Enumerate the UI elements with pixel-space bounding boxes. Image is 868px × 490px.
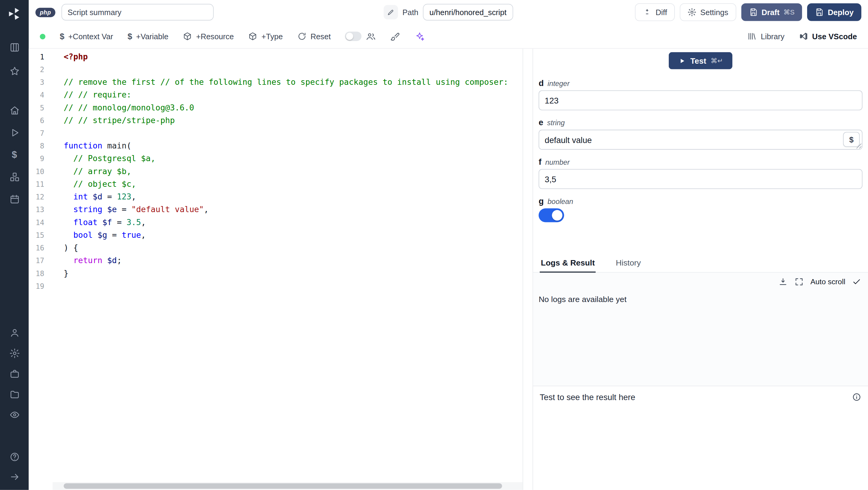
code-line[interactable]: bool $g = true, <box>64 229 523 242</box>
sidebar-item-favorites[interactable] <box>9 66 20 77</box>
draft-label: Draft <box>762 8 780 17</box>
sidebar-nav-top <box>9 42 20 77</box>
line-number: 19 <box>29 280 53 293</box>
sidebar-item-home[interactable] <box>9 105 20 116</box>
star-icon <box>9 66 20 77</box>
pane-splitter[interactable] <box>523 49 532 490</box>
logs-toolbar: Auto scroll <box>533 273 868 291</box>
code-line[interactable] <box>64 127 523 140</box>
code-line[interactable]: // // stripe/stripe-php <box>64 114 523 127</box>
sidebar-item-audit[interactable] <box>9 409 20 420</box>
sidebar-item-folders[interactable] <box>9 389 20 400</box>
sidebar-item-resources[interactable] <box>9 172 20 182</box>
field-f: f number <box>538 157 862 189</box>
code-line[interactable]: function main( <box>64 140 523 152</box>
multiplayer-toggle[interactable] <box>345 32 362 41</box>
code-line[interactable]: // object $c, <box>64 178 523 191</box>
diff-label: Diff <box>655 8 667 17</box>
language-badge: php <box>36 7 56 17</box>
code-line[interactable]: } <box>64 267 523 280</box>
code-line[interactable]: float $f = 3.5, <box>64 216 523 229</box>
run-panel: Test ⌘↵ d integer e string <box>532 49 868 490</box>
sidebar-item-columns[interactable] <box>9 42 20 53</box>
ai-sparkles-icon[interactable] <box>415 31 425 41</box>
use-vscode-button[interactable]: Use VScode <box>799 32 857 41</box>
result-area: Test to see the result here <box>533 385 868 490</box>
code-editor[interactable]: 12345678910111213141516171819 <?php// re… <box>29 49 523 490</box>
field-e-input[interactable] <box>538 130 862 150</box>
sidebar-item-help[interactable] <box>9 452 20 462</box>
top-header: php Path u/henri/honored_script Diff Set… <box>29 0 868 24</box>
toggle-knob <box>552 210 562 221</box>
expand-logs-icon[interactable] <box>795 277 804 286</box>
download-logs-icon[interactable] <box>778 277 787 286</box>
field-e-name: e <box>538 117 543 127</box>
code-line[interactable]: // remove the first // of the following … <box>64 76 523 89</box>
field-f-input[interactable] <box>538 169 862 189</box>
path-label: Path <box>402 8 418 17</box>
script-path[interactable]: u/henri/honored_script <box>423 4 513 21</box>
sidebar-item-settings[interactable] <box>9 348 20 358</box>
line-number: 11 <box>29 178 53 191</box>
script-summary-input[interactable] <box>61 4 214 21</box>
gear-icon <box>9 348 20 358</box>
line-number: 8 <box>29 140 53 152</box>
test-button[interactable]: Test ⌘↵ <box>669 52 733 69</box>
code-line[interactable]: // // monolog/monolog@3.6.0 <box>64 102 523 114</box>
edit-path-button[interactable] <box>384 5 398 20</box>
field-d-input[interactable] <box>538 90 862 110</box>
settings-button[interactable]: Settings <box>680 3 736 21</box>
code-line[interactable]: return $d; <box>64 254 523 267</box>
reset-button[interactable]: Reset <box>297 32 331 41</box>
users-icon[interactable] <box>366 31 376 41</box>
add-context-var-button[interactable]: $+Context Var <box>60 32 113 41</box>
scrollbar-thumb[interactable] <box>64 483 502 489</box>
dollar-icon: $ <box>12 150 17 160</box>
code-line[interactable]: // array $b, <box>64 165 523 178</box>
code-line[interactable]: // // require: <box>64 89 523 102</box>
code-line[interactable]: string $e = "default value", <box>64 203 523 216</box>
field-f-name: f <box>538 157 541 166</box>
add-variable-button[interactable]: $+Variable <box>127 32 168 41</box>
sidebar-item-workers[interactable] <box>9 368 20 379</box>
add-type-button[interactable]: +Type <box>248 32 283 41</box>
sidebar: $ <box>0 0 29 490</box>
test-shortcut: ⌘↵ <box>711 57 723 64</box>
diff-button[interactable]: Diff <box>635 3 675 21</box>
format-brush-icon[interactable] <box>391 31 401 41</box>
sidebar-item-user[interactable] <box>9 328 20 338</box>
code-line[interactable] <box>64 63 523 76</box>
sidebar-item-variables[interactable]: $ <box>12 150 17 160</box>
code-line[interactable] <box>64 280 523 293</box>
insert-variable-button[interactable]: $ <box>843 132 860 147</box>
code-line[interactable]: int $d = 123, <box>64 191 523 203</box>
dollar-icon: $ <box>60 32 64 41</box>
boolean-toggle[interactable] <box>538 208 564 222</box>
field-f-type: number <box>545 158 569 166</box>
add-resource-button[interactable]: +Resource <box>183 32 234 41</box>
sidebar-item-schedules[interactable] <box>9 194 20 205</box>
play-icon <box>678 57 686 64</box>
tab-logs-result[interactable]: Logs & Result <box>540 255 596 273</box>
code-line[interactable]: ) { <box>64 242 523 254</box>
draft-button[interactable]: Draft ⌘S <box>741 3 802 21</box>
horizontal-scrollbar[interactable] <box>53 482 522 490</box>
line-number: 5 <box>29 102 53 114</box>
test-row: Test ⌘↵ <box>533 49 868 74</box>
user-icon <box>9 328 20 338</box>
diff-icon <box>643 8 652 17</box>
windmill-logo[interactable] <box>7 7 22 21</box>
sidebar-item-runs[interactable] <box>9 127 20 138</box>
line-number: 4 <box>29 89 53 102</box>
library-button[interactable]: Library <box>747 32 784 41</box>
line-number: 6 <box>29 114 53 127</box>
code-line[interactable]: <?php <box>64 50 523 63</box>
tab-history[interactable]: History <box>615 255 642 273</box>
code-line[interactable]: // Postgresql $a, <box>64 152 523 165</box>
sidebar-collapse-button[interactable] <box>9 471 20 482</box>
auto-scroll-label[interactable]: Auto scroll <box>810 277 845 286</box>
auto-scroll-check-icon[interactable] <box>852 277 861 286</box>
line-number: 17 <box>29 254 53 267</box>
add-type-label: +Type <box>261 32 283 41</box>
deploy-button[interactable]: Deploy <box>807 3 861 21</box>
